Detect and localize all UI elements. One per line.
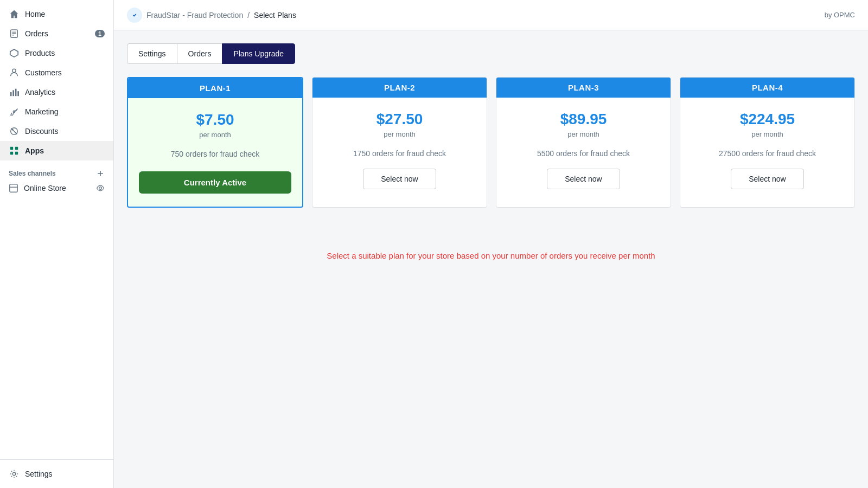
apps-icon	[9, 145, 20, 156]
marketing-icon	[9, 106, 20, 117]
select-now-button-4[interactable]: Select now	[731, 169, 803, 189]
top-header: FraudStar - Fraud Protection / Select Pl…	[114, 0, 868, 30]
svg-point-19	[12, 472, 15, 475]
plan-4-header: PLAN-4	[680, 78, 854, 98]
sidebar-item-marketing-label: Marketing	[25, 107, 58, 116]
products-icon	[9, 48, 20, 59]
svg-rect-15	[15, 152, 18, 155]
sidebar-item-online-store[interactable]: Online Store	[0, 180, 113, 196]
plan-4-orders: 27500 orders for fraud check	[719, 149, 816, 158]
home-icon	[9, 9, 20, 20]
sidebar-item-home-label: Home	[25, 10, 45, 18]
plan-2-period: per month	[384, 130, 416, 138]
sales-channels-section: Sales channels	[0, 160, 113, 180]
plan-3-price: $89.95	[560, 111, 607, 128]
plan-card-3: PLAN-3 $89.95 per month 5500 orders for …	[496, 77, 671, 208]
sidebar-item-products-label: Products	[25, 49, 55, 57]
plan-1-header: PLAN-1	[128, 78, 302, 98]
sidebar-item-products[interactable]: Products	[0, 43, 113, 63]
svg-rect-5	[10, 92, 12, 96]
plan-1-body: $7.50 per month 750 orders for fraud che…	[128, 98, 302, 207]
plan-1-price: $7.50	[196, 111, 234, 129]
svg-rect-14	[10, 152, 13, 155]
sidebar-item-discounts[interactable]: Discounts	[0, 121, 113, 141]
plan-3-header: PLAN-3	[496, 78, 671, 98]
sales-channels-label: Sales channels	[9, 170, 56, 177]
breadcrumb-separator: /	[247, 11, 250, 20]
plan-4-body: $224.95 per month 27500 orders for fraud…	[680, 98, 854, 202]
add-sales-channel-icon[interactable]	[96, 169, 105, 178]
tab-settings[interactable]: Settings	[127, 43, 177, 64]
settings-icon	[9, 468, 20, 479]
tabs-container: Settings Orders Plans Upgrade	[127, 43, 855, 64]
plan-3-period: per month	[567, 130, 599, 138]
sidebar-item-apps[interactable]: Apps	[0, 141, 113, 160]
plan-2-orders: 1750 orders for fraud check	[353, 149, 446, 158]
sidebar-nav: Home Orders 1 Products Customers A	[0, 0, 113, 459]
sidebar-item-apps-label: Apps	[25, 146, 44, 155]
svg-rect-6	[12, 90, 14, 96]
select-now-button-3[interactable]: Select now	[547, 169, 620, 189]
orders-icon	[9, 28, 20, 39]
svg-rect-12	[10, 147, 13, 150]
sidebar-item-discounts-label: Discounts	[25, 127, 58, 136]
plan-card-2: PLAN-2 $27.50 per month 1750 orders for …	[312, 77, 487, 208]
main-content: FraudStar - Fraud Protection / Select Pl…	[114, 0, 868, 488]
sidebar-bottom: Settings	[0, 459, 113, 488]
plan-1-period: per month	[199, 131, 231, 139]
plan-2-body: $27.50 per month 1750 orders for fraud c…	[312, 98, 487, 202]
tab-plans-upgrade[interactable]: Plans Upgrade	[222, 43, 295, 64]
currently-active-button[interactable]: Currently Active	[139, 171, 291, 194]
plan-card-4: PLAN-4 $224.95 per month 27500 orders fo…	[680, 77, 855, 208]
plan-3-body: $89.95 per month 5500 orders for fraud c…	[496, 98, 671, 202]
tab-orders[interactable]: Orders	[177, 43, 223, 64]
content-area: Settings Orders Plans Upgrade PLAN-1 $7.…	[114, 30, 868, 488]
svg-rect-16	[10, 184, 17, 192]
svg-point-4	[12, 69, 16, 72]
sidebar-settings-label: Settings	[25, 470, 53, 478]
sidebar-item-analytics[interactable]: Analytics	[0, 82, 113, 102]
plans-grid: PLAN-1 $7.50 per month 750 orders for fr…	[127, 77, 855, 208]
sidebar-item-settings[interactable]: Settings	[0, 464, 113, 484]
plan-2-price: $27.50	[376, 111, 423, 128]
select-now-button-2[interactable]: Select now	[363, 169, 436, 189]
sidebar-item-customers[interactable]: Customers	[0, 63, 113, 82]
sidebar-item-customers-label: Customers	[25, 68, 62, 77]
online-store-visibility-icon[interactable]	[96, 184, 105, 192]
breadcrumb-app-name: FraudStar - Fraud Protection	[146, 11, 243, 20]
svg-point-18	[99, 187, 102, 190]
sidebar-item-home[interactable]: Home	[0, 4, 113, 24]
discounts-icon	[9, 126, 20, 137]
svg-rect-8	[17, 91, 19, 96]
info-text: Select a suitable plan for your store ba…	[127, 251, 855, 260]
breadcrumb-current-page: Select Plans	[254, 11, 296, 20]
svg-rect-7	[15, 89, 17, 97]
customers-icon	[9, 67, 20, 78]
plan-2-header: PLAN-2	[312, 78, 487, 98]
plan-4-price: $224.95	[740, 111, 795, 128]
breadcrumb: FraudStar - Fraud Protection / Select Pl…	[127, 8, 296, 23]
sidebar: Home Orders 1 Products Customers A	[0, 0, 114, 488]
orders-badge: 1	[95, 30, 105, 37]
plan-1-orders: 750 orders for fraud check	[171, 150, 259, 158]
sidebar-item-orders-label: Orders	[25, 29, 48, 38]
app-logo-icon	[127, 8, 142, 23]
by-opmc-label: by OPMC	[825, 11, 855, 19]
plan-3-orders: 5500 orders for fraud check	[537, 149, 630, 158]
plan-4-period: per month	[751, 130, 783, 138]
plan-card-1: PLAN-1 $7.50 per month 750 orders for fr…	[127, 77, 303, 208]
online-store-label: Online Store	[24, 184, 66, 192]
sidebar-item-analytics-label: Analytics	[25, 88, 55, 97]
analytics-icon	[9, 87, 20, 98]
online-store-icon	[9, 183, 18, 193]
sidebar-item-marketing[interactable]: Marketing	[0, 102, 113, 121]
svg-rect-13	[15, 147, 18, 150]
sidebar-item-orders[interactable]: Orders 1	[0, 24, 113, 43]
